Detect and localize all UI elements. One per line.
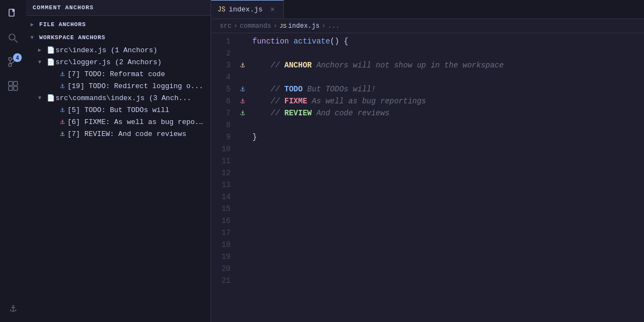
code-editor: 1 2 3 4 5 6 7 8 9 10 11 12 13 14 15 16 1…	[211, 33, 644, 322]
file-icon-commands: 📄	[46, 94, 55, 102]
workspace-anchors-arrow: ▼	[30, 35, 38, 41]
activity-bar: 4 ⚓	[0, 0, 26, 322]
gutter-6: ⚓	[237, 95, 248, 107]
breadcrumb-commands[interactable]: commands	[240, 22, 271, 30]
line-num-3: 3	[211, 59, 231, 71]
code-line-16	[252, 215, 644, 227]
line-num-13: 13	[211, 179, 231, 191]
files-icon[interactable]	[3, 4, 23, 24]
code-line-14	[252, 191, 644, 203]
svg-point-1	[9, 34, 15, 40]
sidebar: COMMENT ANCHORS ▶ FILE ANCHORS ▼ WORKSPA…	[26, 0, 211, 322]
line-num-20: 20	[211, 263, 231, 275]
code-line-11	[252, 155, 644, 167]
gutter-4	[237, 71, 248, 83]
source-control-badge: 4	[13, 53, 22, 62]
code-line-18	[252, 239, 644, 251]
src-commands-item[interactable]: ▼ 📄 src\commands\index.js (3 Anch...	[26, 92, 210, 104]
code-line-5: // TODO But TODOs will!	[252, 83, 644, 95]
line-num-8: 8	[211, 119, 231, 131]
file-icon-logger: 📄	[46, 58, 55, 66]
code-line-3: // ANCHOR Anchors will not show up in th…	[252, 59, 644, 71]
search-icon[interactable]	[3, 28, 23, 48]
code-line-19	[252, 251, 644, 263]
file-anchors-header[interactable]: ▶ FILE ANCHORS	[26, 18, 210, 31]
src-index-label: src\index.js (1 Anchors)	[55, 46, 206, 54]
line-num-7: 7	[211, 107, 231, 119]
line-num-2: 2	[211, 47, 231, 59]
anchor-icon-cmd-fixme: ⚓	[58, 117, 67, 126]
cmd-review-item[interactable]: ⚓ [7] REVIEW: And code reviews	[26, 128, 210, 140]
line-num-17: 17	[211, 227, 231, 239]
anchor-icon-todo1: ⚓	[58, 70, 67, 78]
src-logger-arrow: ▼	[38, 59, 46, 65]
svg-point-5	[9, 64, 12, 67]
code-line-8	[252, 119, 644, 131]
workspace-anchors-label: WORKSPACE ANCHORS	[39, 34, 106, 41]
file-anchors-arrow: ▶	[30, 21, 38, 28]
code-line-15	[252, 203, 644, 215]
code-line-12	[252, 167, 644, 179]
cmd-fixme-label: [6] FIXME: As well as bug repo...	[67, 118, 206, 126]
sidebar-scroll: ▶ FILE ANCHORS ▼ WORKSPACE ANCHORS ▶ 📄 s…	[26, 16, 210, 322]
gutter-10	[237, 143, 248, 155]
breadcrumb-more[interactable]: ...	[328, 22, 340, 30]
line-num-15: 15	[211, 203, 231, 215]
code-area[interactable]: function activate () { // ANCHOR Anchors…	[248, 33, 644, 322]
tab-label: index.js	[228, 5, 262, 14]
tab-bar: JS index.js ×	[211, 0, 644, 19]
logger-todo1-item[interactable]: ⚓ [7] TODO: Reformat code	[26, 68, 210, 80]
logger-todo1-label: [7] TODO: Reformat code	[67, 70, 206, 78]
src-index-item[interactable]: ▶ 📄 src\index.js (1 Anchors)	[26, 44, 210, 56]
anchor-icon-cmd-review: ⚓	[58, 129, 67, 138]
line-num-10: 10	[211, 143, 231, 155]
gutter-2	[237, 47, 248, 59]
extensions-icon[interactable]	[3, 76, 23, 96]
tab-js-icon: JS	[218, 6, 225, 14]
gutter-3: ⚓	[237, 59, 248, 71]
line-num-4: 4	[211, 71, 231, 83]
breadcrumb-filename[interactable]: index.js	[288, 22, 320, 30]
svg-rect-6	[9, 82, 13, 85]
tree-section: ▶ FILE ANCHORS ▼ WORKSPACE ANCHORS ▶ 📄 s…	[26, 16, 210, 142]
workspace-anchors-header[interactable]: ▼ WORKSPACE ANCHORS	[26, 31, 210, 44]
line-num-1: 1	[211, 35, 231, 47]
svg-point-3	[9, 58, 12, 61]
anchor-icon[interactable]: ⚓	[3, 298, 23, 318]
gutter-8	[237, 119, 248, 131]
breadcrumb-src[interactable]: src	[220, 22, 232, 30]
gutter-1	[237, 35, 248, 47]
tab-close-button[interactable]: ×	[268, 5, 277, 14]
cmd-todo-item[interactable]: ⚓ [5] TODO: But TODOs will	[26, 104, 210, 116]
line-num-12: 12	[211, 167, 231, 179]
src-logger-item[interactable]: ▼ 📄 src\logger.js (2 Anchors)	[26, 56, 210, 68]
svg-rect-7	[14, 82, 17, 85]
breadcrumb-sep1: ›	[234, 22, 238, 30]
code-line-17	[252, 227, 644, 239]
cmd-fixme-item[interactable]: ⚓ [6] FIXME: As well as bug repo...	[26, 116, 210, 128]
line-num-21: 21	[211, 275, 231, 287]
src-logger-label: src\logger.js (2 Anchors)	[55, 58, 206, 66]
breadcrumb: src › commands › JS index.js › ...	[211, 19, 644, 33]
code-line-10	[252, 143, 644, 155]
svg-rect-9	[14, 86, 17, 90]
code-line-20	[252, 263, 644, 275]
line-numbers: 1 2 3 4 5 6 7 8 9 10 11 12 13 14 15 16 1…	[211, 33, 237, 322]
breadcrumb-sep2: ›	[273, 22, 277, 30]
cmd-todo-label: [5] TODO: But TODOs will	[67, 106, 206, 114]
editor-tab[interactable]: JS index.js ×	[211, 0, 284, 18]
code-line-21	[252, 275, 644, 287]
logger-todo2-item[interactable]: ⚓ [19] TODO: Redirect logging o...	[26, 80, 210, 92]
src-commands-arrow: ▼	[38, 95, 46, 101]
code-line-2	[252, 47, 644, 59]
anchor-icon-cmd-todo: ⚓	[58, 106, 67, 114]
line-num-14: 14	[211, 191, 231, 203]
gutter-5: ⚓	[237, 83, 248, 95]
svg-line-2	[15, 40, 18, 43]
svg-rect-8	[9, 86, 13, 90]
line-num-9: 9	[211, 131, 231, 143]
breadcrumb-js-icon: JS	[280, 23, 287, 29]
source-control-icon[interactable]: 4	[3, 52, 23, 72]
sidebar-header: COMMENT ANCHORS	[26, 0, 210, 16]
line-num-11: 11	[211, 155, 231, 167]
